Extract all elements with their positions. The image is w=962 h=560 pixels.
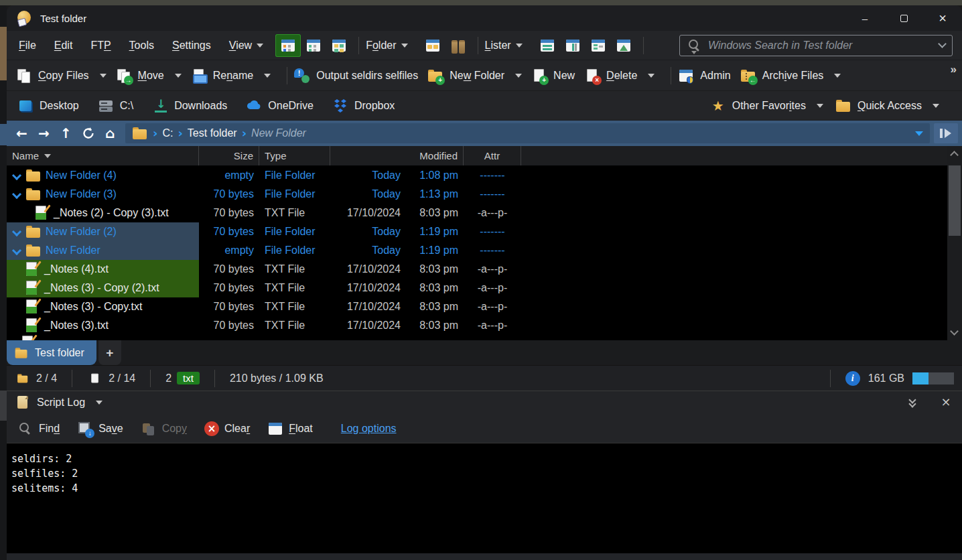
expand-chevron-icon[interactable] [11, 170, 21, 181]
favorite-downloads[interactable]: ↓Downloads [152, 98, 227, 114]
minimize-button[interactable]: – [845, 5, 884, 31]
vertical-scrollbar[interactable] [947, 146, 962, 340]
script-log-title[interactable]: Script Log [37, 397, 85, 409]
log-save-button[interactable]: ↓Save [77, 421, 123, 437]
menu-ftp[interactable]: FTP [90, 40, 111, 52]
column-header-attr[interactable]: Attr [464, 146, 521, 165]
toolbar-delete[interactable]: ×Delete [584, 68, 655, 84]
file-row[interactable]: _Notes (3).txt70 bytesTXT File17/10/2024… [7, 316, 962, 335]
row-name-cell[interactable]: _Notes (3).txt [7, 316, 199, 335]
row-name-cell[interactable]: _Notes (3) - Copy (2).txt [7, 279, 199, 297]
refresh-button[interactable] [77, 123, 99, 143]
menu-view[interactable]: View [229, 40, 263, 52]
log-options-link[interactable]: Log options [341, 423, 397, 435]
breadcrumb[interactable]: ›C:›Test folder›New Folder [125, 123, 930, 143]
file-row[interactable]: New Folder (2)70 bytesFile FolderToday1:… [7, 222, 962, 241]
menu-lister[interactable]: Lister [485, 40, 523, 52]
view-details-button[interactable] [275, 34, 301, 57]
row-name-cell[interactable]: New Folder (3) [7, 185, 199, 204]
file-row[interactable]: _Notes (3) - Copy.txt70 bytesTXT File17/… [7, 297, 962, 316]
row-name-cell[interactable]: New Folder (2) [7, 222, 199, 241]
collapse-panel-icon[interactable] [907, 397, 919, 409]
home-button[interactable]: ⌂ [99, 123, 121, 143]
toolbar-label: New [553, 70, 575, 82]
new-folder-icon: + [427, 68, 443, 84]
column-header-modified[interactable]: Modified [330, 146, 464, 165]
file-row[interactable]: _Notes (3) - Copy (2).txt70 bytesTXT Fil… [7, 279, 962, 297]
column-header-name[interactable]: Name [7, 146, 199, 165]
new-tab-button[interactable]: + [98, 340, 121, 365]
favorite-onedrive[interactable]: OneDrive [246, 98, 314, 114]
lister-single-button[interactable] [535, 34, 560, 57]
menu-edit[interactable]: Edit [54, 40, 73, 52]
script-log-dropdown-icon[interactable] [96, 401, 102, 405]
breadcrumb-segment[interactable]: C: [162, 127, 173, 139]
row-name-cell[interactable]: _Notes (4).txt [7, 260, 199, 279]
forward-button[interactable]: → [33, 123, 55, 143]
expand-chevron-icon[interactable] [11, 189, 21, 200]
file-row[interactable]: New FolderemptyFile FolderToday1:19 pm--… [7, 241, 962, 260]
favorite-c-[interactable]: C:\ [98, 98, 133, 114]
toolbar-copy-files[interactable]: Copy Files [16, 68, 107, 84]
column-header-type[interactable]: Type [259, 146, 330, 165]
path-dropdown-icon[interactable] [915, 131, 923, 136]
toolbar-new[interactable]: +New [531, 68, 575, 84]
search-box[interactable] [679, 35, 953, 56]
ext-badge[interactable]: txt [177, 372, 200, 384]
close-panel-icon[interactable]: × [938, 395, 954, 411]
menu-folder[interactable]: Folder [366, 40, 407, 52]
tab-test-folder[interactable]: Test folder [7, 340, 96, 365]
view-thumbs-button[interactable] [326, 34, 352, 57]
scroll-down-icon[interactable] [950, 327, 959, 336]
search-dropdown-icon[interactable] [938, 40, 947, 48]
lister-dual-button[interactable] [560, 34, 586, 57]
expand-chevron-icon[interactable] [11, 226, 21, 237]
info-icon[interactable]: i [845, 371, 860, 386]
favorite-desktop[interactable]: Desktop [17, 98, 79, 114]
file-row[interactable]: _Notes (4).txt70 bytesTXT File17/10/2024… [7, 260, 962, 279]
float-icon [267, 421, 283, 437]
toolbar-rename[interactable]: Rename [191, 68, 271, 84]
up-button[interactable]: ↑ [55, 123, 77, 143]
background-window-sliver [0, 0, 962, 5]
dual-lockers-button[interactable] [445, 34, 471, 57]
file-row[interactable]: New Folder (3)70 bytesFile FolderToday1:… [7, 185, 962, 204]
row-name-cell[interactable]: New Folder (4) [7, 166, 199, 185]
menu-settings[interactable]: Settings [172, 40, 211, 52]
row-name-cell[interactable]: _Notes (2) - Copy (3).txt [7, 204, 199, 222]
column-header-size[interactable]: Size [199, 146, 259, 165]
log-float-button[interactable]: Float [267, 421, 313, 437]
toolbar-output-seldirs-selfiles[interactable]: !Output seldirs selfiles [294, 68, 418, 84]
toolbar-move[interactable]: →Move [116, 68, 182, 84]
modified-time-cell: 1:19 pm [403, 226, 464, 238]
toolbar-admin[interactable]: Admin [678, 68, 730, 84]
menu-file[interactable]: File [19, 40, 36, 52]
toolbar-archive-files[interactable]: ←Archive Files [740, 68, 841, 84]
file-row[interactable]: New Folder (4)emptyFile FolderToday1:08 … [7, 166, 962, 185]
toolbar-overflow-chevron[interactable]: » [951, 63, 955, 76]
file-name: New Folder (4) [46, 169, 117, 182]
folder-tabs-button[interactable] [420, 34, 445, 57]
back-button[interactable]: ← [11, 123, 33, 143]
favorite-other-favorites[interactable]: ★Other Favorites [710, 98, 823, 114]
log-clear-button[interactable]: ×Clear [204, 421, 250, 436]
lister-tree-button[interactable] [586, 34, 611, 57]
breadcrumb-segment[interactable]: Test folder [188, 127, 237, 139]
search-input[interactable] [708, 40, 934, 52]
view-list-button[interactable] [301, 34, 326, 57]
close-button[interactable]: × [923, 5, 962, 31]
menu-tools[interactable]: Tools [129, 40, 154, 52]
scroll-up-icon[interactable] [950, 151, 959, 159]
open-dual-display-button[interactable] [934, 123, 958, 143]
maximize-button[interactable] [884, 5, 923, 31]
row-name-cell[interactable]: _Notes (3) - Copy.txt [7, 297, 199, 316]
toolbar-new-folder[interactable]: +New Folder [427, 68, 522, 84]
favorite-quick-access[interactable]: Quick Access [835, 98, 939, 114]
lister-viewer-button[interactable] [611, 34, 636, 57]
row-name-cell[interactable]: New Folder [7, 241, 199, 260]
favorite-dropbox[interactable]: Dropbox [332, 98, 395, 114]
log-find-button[interactable]: Find [17, 421, 60, 437]
file-row[interactable]: _Notes (2) - Copy (3).txt70 bytesTXT Fil… [7, 204, 962, 222]
scroll-thumb[interactable] [949, 165, 961, 236]
expand-chevron-icon[interactable] [11, 245, 21, 256]
